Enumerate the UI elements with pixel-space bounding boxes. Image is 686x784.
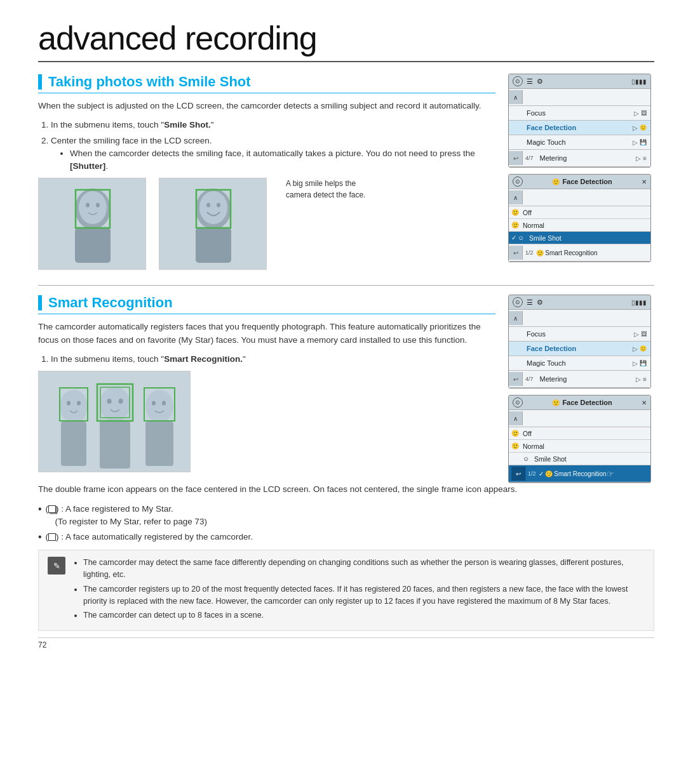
- page-indicator-2: 4/7: [523, 376, 536, 382]
- svg-point-22: [107, 399, 112, 404]
- note-list: The camcorder may detect the same face d…: [83, 557, 645, 621]
- cam-ui-menu-1: ⊙ ☰ ⚙ ▯▮▮▮ ∧ Focus ▷ 🖼 Face Detection: [508, 74, 651, 168]
- magic-touch-label: Magic Touch: [523, 136, 633, 148]
- svg-point-4: [86, 203, 90, 208]
- check-icon-1: ✓: [511, 234, 516, 241]
- double-frame-icon: [48, 505, 56, 513]
- section1-heading: Taking photos with Smile Shot: [38, 74, 495, 93]
- face-detection-label: Face Detection: [523, 122, 633, 133]
- bullet-list-frames: • () : A face registered to My Star. (To…: [38, 503, 654, 544]
- focus-value: ▷ 🖼: [634, 110, 650, 117]
- section2-cam-uis: ⊙ ☰ ⚙ ▯▮▮▮ ∧ Focus ▷ 🖼 Face Detection ▷ …: [508, 295, 654, 483]
- cam-page-row-2: ↩ 4/7 Metering ▷ ≡: [509, 371, 650, 388]
- cam-page-row: ↩ 4/7 Metering ▷ ≡: [509, 150, 650, 167]
- submenu-nav-up-1: ∧: [509, 189, 650, 206]
- submenu-nav-up-btn-1[interactable]: ∧: [509, 190, 523, 204]
- cam-icon-circle-4: ⊙: [513, 397, 523, 408]
- normal-label-1: Normal: [523, 222, 648, 229]
- svg-rect-9: [196, 228, 231, 263]
- svg-point-15: [60, 390, 88, 423]
- nav-up-btn-2[interactable]: ∧: [509, 311, 523, 325]
- submenu-row-off-2: 🙂 Off: [509, 427, 650, 440]
- step-2-sub: When the camcorder detects the smiling f…: [70, 147, 495, 173]
- double-frame-desc: The double frame icon appears on the fac…: [38, 483, 654, 496]
- face-detection-value: ▷ 🙂: [633, 124, 650, 131]
- submenu-title-2: 🙂 Face Detection: [552, 399, 612, 406]
- submenu-title-1: 🙂 Face Detection: [552, 178, 612, 185]
- magic-touch-label-2: Magic Touch: [523, 357, 633, 369]
- cam-row-face-detection-2: Face Detection ▷ 🙂: [509, 342, 650, 356]
- off-icon-1: 🙂: [511, 209, 523, 216]
- off-label-1: Off: [523, 209, 648, 216]
- page-number: 72: [38, 641, 46, 649]
- step-2: Center the smiling face in the LCD scree…: [51, 135, 495, 173]
- cam-row-focus: Focus ▷ 🖼: [509, 106, 650, 121]
- svg-rect-21: [100, 421, 130, 468]
- page-title: advanced recording: [38, 19, 654, 62]
- smile-label-2: Smile Shot: [534, 455, 648, 463]
- cam-icon-circle-2: ⊙: [513, 176, 523, 187]
- menu-icon-list: ☰: [527, 77, 533, 86]
- smart-rec-label-1: 🙂 Smart Recognition: [536, 249, 598, 256]
- smart-rec-label-2: 🙂 Smart Recognition: [545, 470, 607, 477]
- close-btn-2[interactable]: ✕: [642, 399, 647, 406]
- submenu-page-row-1: ↩ 1/2 🙂 Smart Recognition: [509, 244, 650, 262]
- bullet-double-frame: • () : A face registered to My Star. (To…: [38, 503, 654, 529]
- section2-step-1: In the submenu items, touch "Smart Recog…: [51, 353, 495, 366]
- focus-value-2: ▷ 🖼: [634, 331, 650, 338]
- menu-icon-gear: ⚙: [537, 77, 543, 86]
- svg-point-17: [67, 401, 71, 406]
- note-item-3: The camcorder can detect up to 8 faces i…: [83, 609, 645, 621]
- svg-point-3: [79, 191, 107, 224]
- focus-label-2: Focus: [523, 328, 634, 340]
- cam-ui-submenu-1: ⊙ 🙂 Face Detection ✕ ∧ 🙂 Off 🙂 Normal: [508, 174, 651, 262]
- cam-ui-menu-2: ⊙ ☰ ⚙ ▯▮▮▮ ∧ Focus ▷ 🖼 Face Detection ▷ …: [508, 295, 651, 389]
- submenu-row-smile-1: ✓ ☺ Smile Shot: [509, 232, 650, 244]
- close-btn-1[interactable]: ✕: [642, 178, 647, 185]
- submenu-nav-up-btn-2[interactable]: ∧: [509, 411, 523, 425]
- submenu-row-normal-2: 🙂 Normal: [509, 440, 650, 453]
- metering-label-2: Metering: [536, 373, 636, 385]
- smart-recognition-image: [38, 371, 191, 472]
- submenu-page-indicator-1: 1/2: [523, 249, 536, 256]
- off-icon-2: 🙂: [511, 430, 523, 437]
- svg-point-18: [77, 401, 81, 406]
- submenu-back-btn-2[interactable]: ↩: [511, 467, 525, 481]
- svg-point-29: [162, 401, 166, 406]
- note-content: The camcorder may detect the same face d…: [72, 557, 645, 624]
- cam-back-btn-2[interactable]: ↩: [509, 372, 523, 386]
- menu-icon-gear-2: ⚙: [537, 298, 543, 307]
- cam-nav-up-row: ∧: [509, 89, 650, 106]
- face-detection-label-2: Face Detection: [523, 343, 633, 354]
- note-box: ✎ The camcorder may detect the same face…: [38, 550, 654, 631]
- smile-icon-2: ☺: [523, 455, 534, 462]
- normal-icon-1: 🙂: [511, 222, 523, 229]
- note-item-2: The camcorder registers up to 20 of the …: [83, 583, 645, 608]
- face-image-2: [159, 178, 267, 270]
- section1-intro: When the subject is adjusted on the LCD …: [38, 100, 495, 112]
- metering-label: Metering: [536, 152, 636, 164]
- cam-icon-circle: ⊙: [513, 76, 523, 86]
- svg-point-26: [145, 390, 173, 423]
- submenu-page-row-2: ↩ 1/2 ✓ 🙂 Smart Recognition ☞: [509, 465, 650, 482]
- section-divider: [38, 285, 654, 286]
- svg-point-23: [119, 399, 123, 404]
- cam-back-btn[interactable]: ↩: [509, 151, 523, 165]
- focus-label: Focus: [523, 107, 634, 119]
- svg-point-5: [96, 203, 100, 208]
- section2-intro: The camcorder automatically registers fa…: [38, 321, 495, 347]
- submenu-back-btn-1[interactable]: ↩: [509, 246, 523, 260]
- metering-value: ▷ ≡: [636, 155, 650, 162]
- nav-up-btn[interactable]: ∧: [509, 90, 523, 104]
- single-frame-icon: [48, 533, 56, 541]
- check-icon-2: ✓: [539, 470, 544, 477]
- submenu-nav-up-2: ∧: [509, 410, 650, 427]
- magic-touch-value-2: ▷ 💾: [633, 360, 650, 367]
- page-footer: 72: [38, 637, 654, 649]
- menu-icon-list-2: ☰: [527, 298, 533, 307]
- smile-icon-1: ☺: [518, 234, 529, 241]
- svg-point-12: [217, 203, 220, 208]
- svg-point-28: [152, 401, 156, 406]
- cam-row-magic-touch-2: Magic Touch ▷ 💾: [509, 356, 650, 371]
- smile-shot-images: A big smile helps the camera detect the …: [38, 178, 495, 270]
